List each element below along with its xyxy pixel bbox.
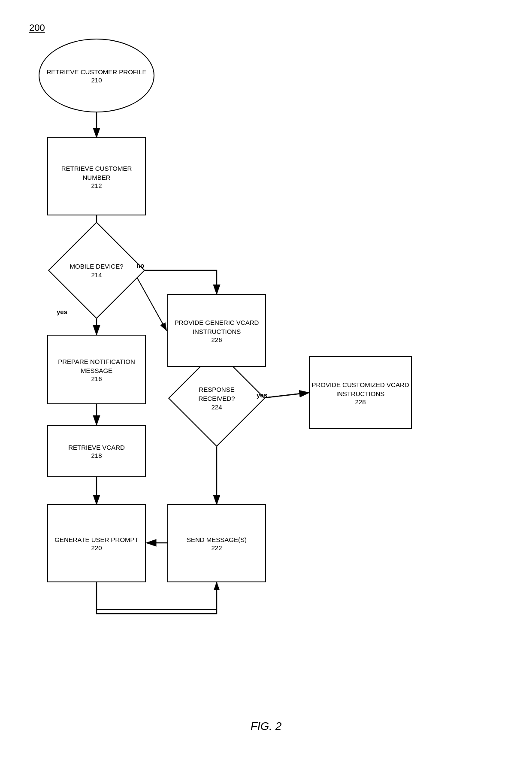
- node-210-label: RETRIEVE CUSTOMER PROFILE: [46, 67, 146, 76]
- node-224: RESPONSE RECEIVED? 224: [180, 362, 253, 435]
- node-214-number: 214: [70, 271, 123, 279]
- node-216: PREPARE NOTIFICATION MESSAGE 216: [47, 335, 146, 404]
- node-212: RETRIEVE CUSTOMER NUMBER 212: [47, 137, 146, 215]
- node-214: MOBILE DEVICE? 214: [60, 234, 133, 307]
- figure-label: FIG. 2: [251, 720, 281, 733]
- node-228-number: 228: [310, 398, 411, 406]
- svg-line-6: [133, 270, 166, 330]
- node-220-number: 220: [54, 544, 139, 551]
- node-222: SEND MESSAGE(S) 222: [167, 504, 266, 582]
- node-228-label: PROVIDE CUSTOMIZED VCARD INSTRUCTIONS: [310, 380, 411, 398]
- node-220: GENERATE USER PROMPT 220: [47, 504, 146, 582]
- node-212-number: 212: [48, 182, 145, 189]
- diagram: 200: [0, 0, 532, 763]
- node-224-label: RESPONSE RECEIVED?: [180, 385, 253, 403]
- yes-label-224: yes: [257, 391, 267, 399]
- node-226-label: PROVIDE GENERIC VCARD INSTRUCTIONS: [168, 318, 265, 336]
- node-210: RETRIEVE CUSTOMER PROFILE 210: [39, 39, 154, 112]
- node-216-label: PREPARE NOTIFICATION MESSAGE: [48, 357, 145, 375]
- node-222-label: SEND MESSAGE(S): [187, 535, 247, 544]
- node-218-number: 218: [68, 452, 125, 459]
- node-218-label: RETRIEVE VCARD: [68, 443, 125, 452]
- diagram-id: 200: [29, 22, 45, 33]
- node-212-label: RETRIEVE CUSTOMER NUMBER: [48, 164, 145, 182]
- node-226: PROVIDE GENERIC VCARD INSTRUCTIONS 226: [167, 294, 266, 367]
- node-214-label: MOBILE DEVICE?: [70, 262, 123, 271]
- node-210-number: 210: [46, 76, 146, 84]
- node-220-label: GENERATE USER PROMPT: [54, 535, 139, 544]
- node-218: RETRIEVE VCARD 218: [47, 425, 146, 477]
- node-226-number: 226: [168, 336, 265, 343]
- node-228: PROVIDE CUSTOMIZED VCARD INSTRUCTIONS 22…: [309, 356, 412, 429]
- node-216-number: 216: [48, 375, 145, 382]
- node-224-number: 224: [180, 403, 253, 412]
- node-222-number: 222: [187, 544, 247, 551]
- no-label-214: no: [136, 262, 144, 269]
- yes-label-214: yes: [57, 308, 67, 315]
